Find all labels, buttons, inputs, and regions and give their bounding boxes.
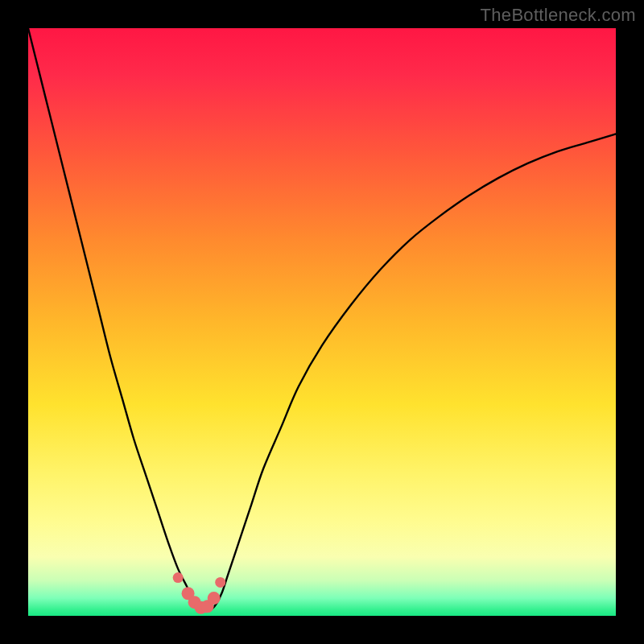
plot-area <box>28 28 616 616</box>
marker-dot <box>173 572 184 583</box>
chart-frame: TheBottleneck.com <box>0 0 644 644</box>
watermark-text: TheBottleneck.com <box>481 5 636 26</box>
marker-dot <box>215 577 225 588</box>
bottleneck-curve <box>28 28 616 611</box>
curve-markers <box>173 572 226 614</box>
curve-layer <box>28 28 616 616</box>
marker-dot <box>208 592 221 605</box>
